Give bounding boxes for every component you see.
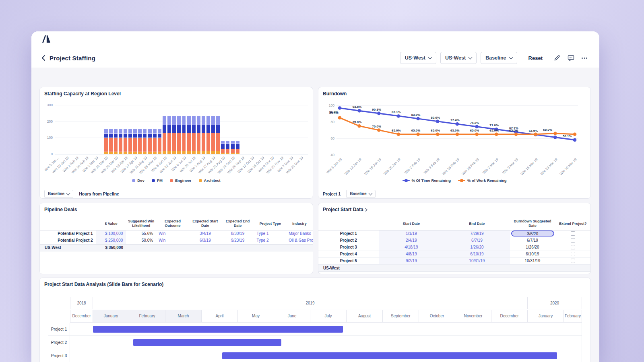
selected-cell[interactable]: 3/6/20 <box>511 230 554 237</box>
staffing-bar-segment <box>128 134 132 138</box>
end-date-cell[interactable]: 6/10/19 <box>444 251 510 257</box>
chevron-down-icon <box>509 56 513 60</box>
staffing-bar-segment <box>206 116 210 124</box>
start-date-cell[interactable]: 2/4/19 <box>379 237 444 244</box>
column-header: Project Type <box>254 222 286 226</box>
legend-label: % Of Time Remaining <box>412 178 451 183</box>
burndown-scenario-dropdown[interactable]: Baseline <box>346 190 375 198</box>
anaplan-logo-icon <box>42 35 51 44</box>
column-header: $ Value <box>96 222 126 226</box>
end-date-cell[interactable]: 10/31/19 <box>444 258 510 264</box>
staffing-bar-segment <box>226 144 230 149</box>
back-button[interactable] <box>41 55 45 61</box>
data-point-label: 90.3% <box>372 108 381 111</box>
edit-icon[interactable] <box>552 53 562 63</box>
table-row: Project 44/8/196/10/196/10/19 <box>318 251 590 258</box>
gantt-bar[interactable] <box>93 326 343 333</box>
legend-label: Dev <box>137 178 144 183</box>
reset-button[interactable]: Reset <box>528 55 543 61</box>
cell[interactable]: Type 2 <box>254 237 286 244</box>
gantt-bar[interactable] <box>222 352 557 359</box>
suggested-date-cell[interactable]: 6/10/19 <box>510 251 555 257</box>
filter-dropdown-region-2[interactable]: US-West <box>440 52 477 64</box>
staffing-bar-segment <box>104 138 108 152</box>
staffing-bar-segment <box>138 152 142 154</box>
staffing-bar-segment <box>114 138 118 152</box>
staffing-bar-segment <box>167 151 171 154</box>
data-point <box>377 128 381 132</box>
row-label: Potential Project 2 <box>40 237 96 244</box>
filter-dropdown-label: US-West <box>445 55 466 61</box>
staffing-bar-segment <box>182 133 186 151</box>
filter-dropdown-region-1[interactable]: US-West <box>400 52 436 64</box>
checkbox[interactable] <box>571 259 575 263</box>
cell[interactable]: 3/4/19 <box>189 230 221 237</box>
suggested-date-cell[interactable]: 10/31/19 <box>510 258 555 264</box>
staffing-bar-segment <box>216 133 220 151</box>
cell[interactable]: $ 100,000 <box>96 230 126 237</box>
legend-item: PM <box>152 178 163 183</box>
end-date-cell[interactable]: 1/26/20 <box>444 244 510 251</box>
cell[interactable]: Oil & Gas Produc... <box>286 237 313 244</box>
suggested-date-cell[interactable]: 1/26/20 <box>510 244 555 251</box>
suggested-date-cell[interactable]: 6/7/19 <box>510 237 555 244</box>
cell[interactable]: 6/3/19 <box>189 237 221 244</box>
data-point <box>534 132 537 136</box>
column-header: End Date <box>444 222 510 226</box>
cell[interactable]: $ 250,000 <box>96 237 126 244</box>
checkbox[interactable] <box>571 245 575 249</box>
checkbox[interactable] <box>571 231 575 236</box>
row-label: Project 4 <box>318 251 379 257</box>
cell[interactable]: Win <box>156 237 189 244</box>
start-date-cell[interactable]: 4/8/19 <box>379 251 444 257</box>
cell[interactable]: 8/30/19 <box>221 230 254 237</box>
total-row-label: US-West <box>318 265 379 272</box>
data-point-label: 65.0% <box>470 129 479 132</box>
staffing-bar-segment <box>226 149 230 153</box>
more-icon[interactable] <box>580 53 589 63</box>
burndown-x-axis: W/e 5 Jan 19W/e 12 Jan 19W/e 19 Jan 19W/… <box>336 157 578 179</box>
gantt-bar[interactable] <box>133 339 281 346</box>
staffing-bar-segment <box>197 116 200 124</box>
cell[interactable]: Major Banks <box>286 230 313 237</box>
filter-dropdown-scenario[interactable]: Baseline <box>481 52 517 64</box>
staffing-bar-segment <box>192 133 196 151</box>
staffing-bar-segment <box>216 116 220 124</box>
staffing-bar-segment <box>119 152 122 154</box>
staffing-bar-segment <box>182 116 186 124</box>
end-date-cell[interactable]: 7/29/19 <box>444 230 510 237</box>
total-row: US-West <box>318 265 590 272</box>
staffing-bar-segment <box>128 129 132 134</box>
cell[interactable]: Type 1 <box>254 230 286 237</box>
hours-from-pipeline-label: Hours from Pipeline <box>79 191 119 196</box>
staffing-bar-segment <box>109 138 113 152</box>
column-header: Suggested Win Likelihood <box>126 219 156 228</box>
title-bar: Project Staffing US-West US-West Baselin… <box>31 48 599 68</box>
staffing-scenario-dropdown[interactable]: Baseline <box>44 190 73 198</box>
staffing-bar-segment <box>119 129 122 134</box>
end-date-cell[interactable]: 6/7/19 <box>444 237 510 244</box>
staffing-bar-segment <box>153 134 157 138</box>
start-date-cell[interactable]: 1/1/19 <box>379 230 444 237</box>
data-point <box>553 132 557 135</box>
checkbox[interactable] <box>571 252 575 256</box>
start-date-cell[interactable]: 4/18/19 <box>379 244 444 251</box>
extend-project-cell <box>555 237 590 244</box>
start-date-cell[interactable]: 9/2/19 <box>379 258 444 264</box>
staffing-bar-segment <box>104 129 108 134</box>
filter-dropdown-label: US-West <box>405 55 425 61</box>
cell[interactable]: Win <box>156 230 189 237</box>
staffing-bar-segment <box>167 116 171 124</box>
project-start-title[interactable]: Project Start Data <box>323 207 367 212</box>
comment-icon[interactable] <box>566 53 576 63</box>
data-point <box>495 132 498 136</box>
table-row: Project 11/1/197/29/193/6/20 <box>318 230 590 237</box>
staffing-bar-segment <box>187 125 191 133</box>
checkbox[interactable] <box>571 238 575 243</box>
cell[interactable]: 9/23/19 <box>221 237 254 244</box>
suggested-date-cell[interactable]: 3/6/20 <box>510 230 555 237</box>
data-point-label: 70.0% <box>372 125 381 128</box>
gridline <box>55 138 308 138</box>
data-point <box>475 125 479 129</box>
staffing-bar-segment <box>211 116 215 124</box>
